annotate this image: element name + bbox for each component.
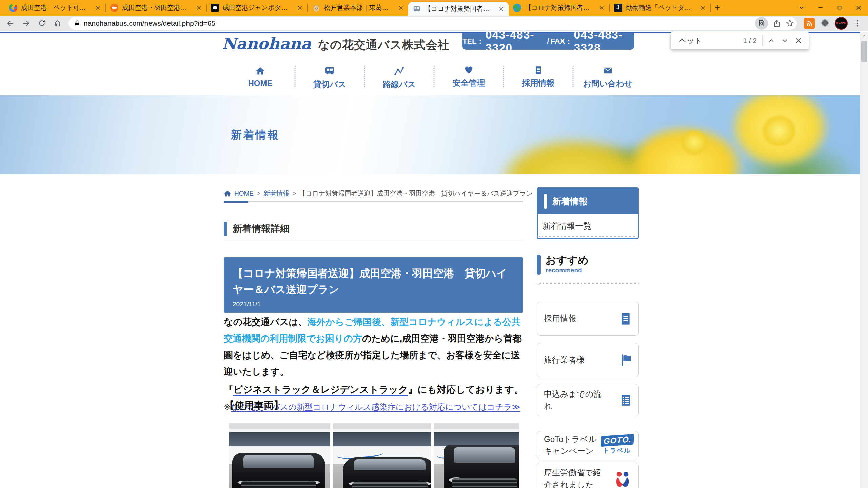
scrollbar-thumb[interactable] [861,41,867,62]
breadcrumb-home-icon [224,190,231,197]
vehicles-heading: 【使用車両】 [224,399,283,412]
fax-number: 043-483-3328 [574,32,634,55]
card-label: 旅行業者様 [544,354,585,366]
page-scrollbar[interactable] [860,32,868,488]
nav-item-charter-bus[interactable]: 貸切バス [301,64,358,88]
google-icon [9,3,18,12]
sidebar-dotted-divider [537,283,639,284]
tab-close-icon[interactable] [296,4,303,11]
nav-separator [295,66,296,87]
breadcrumb-separator: > [292,190,296,197]
section-accent-bar [224,222,227,236]
menu-kebab-icon[interactable] [853,19,862,28]
breadcrumb-current: 【コロナ対策帰国者送迎】成田空港・羽田空港 貸切ハイヤー＆バス送迎プラン [299,189,533,198]
mail-icon [603,66,613,75]
window-controls [792,0,868,16]
tab-close-icon[interactable] [498,5,505,12]
nav-separator [503,66,504,87]
tab-title: 成田空港 ペット可 ハイヤー - Go [21,3,91,12]
sidebar-card-recruit[interactable]: 採用情報 [537,302,639,336]
car-icon [211,4,219,12]
url-text[interactable]: nanohanabus.com/news/detail.php?id=65 [84,19,752,27]
charter-bus-icon [325,66,335,76]
breadcrumb-news-link[interactable]: 新着情報 [263,189,289,198]
browser-tab-active[interactable]: 【コロナ対策帰国者送迎】成田空港 [408,2,509,16]
breadcrumb-home-link[interactable]: HOME [234,190,254,197]
back-button[interactable] [3,16,18,30]
find-next-button[interactable] [778,34,792,47]
share-icon[interactable] [773,19,781,27]
browser-tab-2[interactable]: 成田空港・羽田空港送迎特別プラン [106,0,206,16]
hero-flower-blob [682,131,707,155]
recommend-accent-bar [537,255,541,275]
home-button[interactable] [50,16,64,30]
find-previous-button[interactable] [765,34,778,47]
tab-search-chevron-icon[interactable] [792,0,811,16]
scrollbar-up-arrow[interactable] [860,32,868,40]
profile-avatar[interactable]: RYZEN [835,17,848,30]
find-close-button[interactable] [792,34,805,47]
browser-tab-3[interactable]: 成田空港ジャンボタクシー/ハイヤー [207,0,307,16]
find-in-page-doc-icon[interactable] [755,17,768,30]
nav-label: 路線バス [383,79,416,90]
reload-button[interactable] [35,16,49,30]
address-bar[interactable]: nanohanabus.com/news/detail.php?id=65 [68,17,797,30]
vehicle-photo-van [434,423,519,488]
article-paragraph: なの花交通バスは、海外からご帰国後、新型コロナウィルスによる公共交通機関の利用制… [224,314,524,381]
browser-tab-4[interactable]: 松戸営業本部｜東葛ペットタクシー [308,0,408,16]
site-logo[interactable]: Nanohana なの花交通バス株式会社 [221,36,450,55]
sidebar-recommend-heading: おすすめ recommend [537,255,589,275]
logo-script-text: Nanohana [221,36,313,55]
globe-icon [513,3,521,12]
find-query-input[interactable]: ペット [679,36,743,46]
window-maximize-button[interactable] [830,0,849,16]
nav-label: お問い合わせ [583,78,632,89]
nav-separator [434,66,435,87]
sidebar-card-travel-agents[interactable]: 旅行業者様 [537,343,639,377]
article-body: なの花交通バスは、海外からご帰国後、新型コロナウィルスによる公共交通機関の利用制… [224,314,524,412]
tab-list: 成田空港 ペット可 ハイヤー - Go 成田空港・羽田空港送迎特別プラン 成田空… [0,0,724,16]
home-icon [256,66,265,76]
extensions-puzzle-icon[interactable] [821,19,829,28]
nav-item-recruit[interactable]: 採用情報 [510,64,567,88]
tab-title: 成田空港・羽田空港送迎特別プラン [122,3,192,12]
browser-tab-7[interactable]: J 動物輸送「ペットタクシー」は芝山タク [610,0,710,16]
tab-close-icon[interactable] [195,4,202,11]
tab-close-icon[interactable] [397,4,404,11]
vehicle-photo-sedan [333,423,431,488]
sidebar-card-mhlw[interactable]: 厚生労働省で紹介されました [537,463,639,488]
tab-close-icon[interactable] [94,4,101,11]
sidebar-card-goto-travel[interactable]: GoToトラベルキャンペーン GOTO. トラベル [537,431,639,459]
heart-icon [465,66,473,75]
goto-travel-logo: GOTO. トラベル [601,435,632,455]
article-title: 【コロナ対策帰国者送迎】成田空港・羽田空港 貸切ハイヤー＆バス送迎プラン [233,265,513,298]
window-minimize-button[interactable] [811,0,830,16]
card-label: 採用情報 [544,313,576,325]
nav-separator [364,66,365,87]
breadcrumb: HOME > 新着情報 > 【コロナ対策帰国者送迎】成田空港・羽田空港 貸切ハイ… [224,189,533,198]
sidebar-item-news-list[interactable]: 新着情報一覧 [538,214,638,238]
browser-tab-1[interactable]: 成田空港 ペット可 ハイヤー - Go [5,0,105,16]
tab-close-icon[interactable] [699,4,706,11]
nav-item-safety[interactable]: 安全管理 [440,64,497,88]
card-label: 厚生労働省で紹介されました [544,467,608,488]
recommend-title: おすすめ [546,255,589,266]
forward-button[interactable] [19,16,33,30]
rss-icon[interactable] [804,18,815,29]
nav-separator [573,66,574,87]
tab-close-icon[interactable] [598,4,605,11]
browser-tab-6[interactable]: 【コロナ対策帰国者送迎】成田・羽田 [509,0,609,16]
nav-item-contact[interactable]: お問い合わせ [579,64,636,88]
breadcrumb-underline [224,201,523,202]
breadcrumb-separator: > [257,190,260,197]
new-tab-button[interactable] [711,1,724,15]
sidebar-card-application-flow[interactable]: 申込みまでの流れ [537,384,639,416]
section-title: 新着情報詳細 [233,222,290,235]
body-text: なの花交通バスは、 [224,317,307,327]
nav-item-route-bus[interactable]: 路線バス [371,64,428,88]
business-track-link[interactable]: ビジネストラック＆レジデンストラック [233,384,408,395]
bookmark-star-icon[interactable] [786,19,794,27]
window-close-button[interactable] [849,0,868,16]
flag-icon [619,353,632,367]
nav-item-home[interactable]: HOME [232,64,289,88]
